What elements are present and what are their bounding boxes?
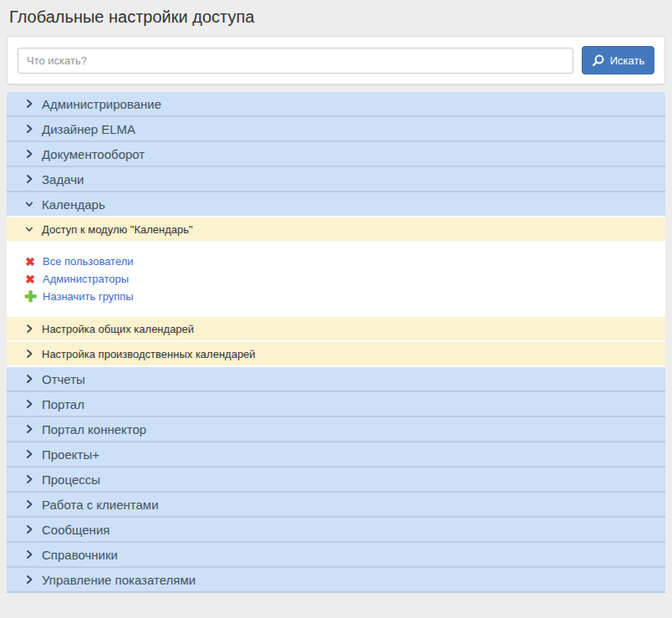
chevron-right-icon (25, 575, 33, 584)
chevron-right-icon (25, 400, 33, 408)
search-input[interactable] (18, 48, 573, 74)
search-button-label: Искать (610, 54, 645, 67)
chevron-right-icon (25, 324, 33, 333)
chevron-right-icon (25, 475, 33, 483)
section-kalendar[interactable]: Календарь (7, 192, 665, 217)
chevron-right-icon (25, 375, 33, 383)
calendar-access-content: ✖ Все пользователи ✖ Администраторы ✚ На… (7, 243, 665, 317)
search-button[interactable]: Искать (582, 46, 654, 74)
chevron-right-icon (25, 350, 33, 358)
link-label[interactable]: Все пользователи (43, 255, 134, 268)
section-proekty-plus[interactable]: Проекты+ (7, 442, 665, 467)
section-zadachi[interactable]: Задачи (7, 167, 665, 192)
section-otchety[interactable]: Отчеты (7, 367, 665, 392)
section-label: Портал коннектор (42, 422, 146, 437)
subsection-label: Настройка общих календарей (42, 323, 194, 335)
section-portal-konnektor[interactable]: Портал коннектор (7, 417, 665, 442)
search-panel: Искать (7, 36, 665, 84)
section-label: Портал (42, 397, 84, 411)
section-label: Проекты+ (42, 447, 99, 462)
section-label: Дизайнер ELMA (42, 122, 135, 136)
section-protsessy[interactable]: Процессы (7, 467, 665, 493)
remove-icon[interactable]: ✖ (24, 274, 36, 284)
chevron-down-icon (25, 225, 33, 233)
link-label[interactable]: Назначить группы (43, 290, 134, 303)
section-dizayner-elma[interactable]: Дизайнер ELMA (7, 117, 665, 142)
section-label: Задачи (42, 172, 84, 186)
section-label: Процессы (42, 472, 100, 487)
page-title: Глобальные настройки доступа (0, 0, 672, 33)
chevron-right-icon (25, 100, 33, 108)
section-administrirovanie[interactable]: Администрирование (7, 92, 665, 117)
section-dokumentooborot[interactable]: Документооборот (7, 142, 665, 167)
section-label: Администрирование (42, 97, 161, 111)
subsection-nastroyka-proizvodstvennykh-kalendarey[interactable]: Настройка производственных календарей (7, 342, 665, 367)
section-portal[interactable]: Портал (7, 392, 665, 417)
section-label: Управление показателями (42, 573, 196, 587)
section-label: Работа с клиентами (42, 498, 159, 512)
section-label: Справочники (42, 548, 118, 562)
chevron-right-icon (25, 425, 33, 433)
section-rabota-s-klientami[interactable]: Работа с клиентами (7, 493, 665, 518)
section-upravlenie-pokazatelyami[interactable]: Управление показателями (7, 568, 665, 593)
chevron-right-icon (25, 550, 33, 559)
section-label: Отчеты (42, 372, 85, 386)
settings-accordion: Администрирование Дизайнер ELMA Документ… (7, 92, 665, 593)
subsection-label: Настройка производственных календарей (42, 348, 256, 360)
section-label: Документооборот (42, 147, 145, 161)
search-icon (592, 54, 604, 67)
subsection-label: Доступ к модулю "Календарь" (42, 223, 193, 236)
section-label: Календарь (42, 197, 105, 212)
link-label[interactable]: Администраторы (43, 273, 129, 285)
remove-icon[interactable]: ✖ (24, 257, 36, 267)
chevron-right-icon (25, 525, 33, 534)
chevron-right-icon (25, 125, 33, 133)
section-soobshcheniya[interactable]: Сообщения (7, 518, 665, 543)
link-vse-polzovateli[interactable]: ✖ Все пользователи (24, 255, 134, 268)
chevron-right-icon (25, 450, 33, 458)
section-spravochniki[interactable]: Справочники (7, 543, 665, 568)
chevron-right-icon (25, 500, 33, 508)
add-icon[interactable]: ✚ (24, 291, 36, 303)
chevron-down-icon (25, 200, 33, 208)
subsection-dostup-k-modulyu-kalendar[interactable]: Доступ к модулю "Календарь" (7, 217, 665, 243)
link-naznachit-gruppy[interactable]: ✚ Назначить группы (24, 290, 134, 303)
section-label: Сообщения (42, 523, 109, 537)
link-administratory[interactable]: ✖ Администраторы (24, 273, 129, 285)
subsection-nastroyka-obshchikh-kalendarey[interactable]: Настройка общих календарей (7, 317, 665, 342)
chevron-right-icon (25, 175, 33, 183)
chevron-right-icon (25, 150, 33, 158)
